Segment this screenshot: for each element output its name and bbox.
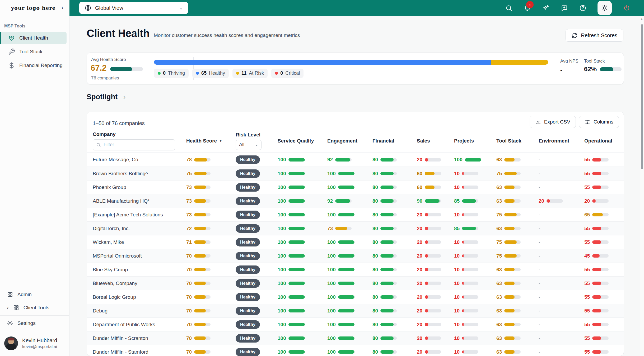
table-row[interactable]: Debug70Healthy10010080201063-55 — [87, 304, 624, 317]
table-row[interactable]: Brown Brothers Bottling^75Healthy1001008… — [87, 167, 624, 180]
risk-level-filter-select[interactable]: All ⌄ — [236, 140, 262, 150]
table-row[interactable]: Dunder Mifflin - Stamford70Healthy100100… — [87, 345, 624, 356]
metric-empty: - — [539, 239, 540, 245]
grid-icon — [7, 291, 13, 298]
company-name[interactable]: Department of Public Works — [93, 322, 186, 327]
company-name[interactable]: Blue Sky Group — [93, 267, 186, 273]
user-profile[interactable]: Kevin Hubbard kevin@msportal.ai — [0, 332, 69, 356]
metric-value: 80 — [372, 198, 378, 204]
export-csv-button[interactable]: Export CSV — [530, 116, 576, 128]
metric-value: 20 — [417, 157, 422, 163]
workspace-selector[interactable]: Global View ⌄ — [79, 2, 188, 14]
metric-cell: 75 — [496, 253, 539, 259]
company-name[interactable]: ABLE Manufacturing HQ* — [93, 198, 186, 204]
help-icon[interactable] — [579, 4, 586, 12]
metric-cell: 10 — [454, 322, 496, 327]
risk-level-badge: Healthy — [236, 334, 260, 343]
table-row[interactable]: DigitalTorch, Inc.72Healthy1007380208563… — [87, 221, 624, 235]
metric-cell: 73 — [186, 184, 236, 190]
metric-bar — [288, 172, 305, 175]
sidebar-item-financial-reporting[interactable]: Financial Reporting — [0, 59, 67, 72]
table-row[interactable]: ABLE Manufacturing HQ*73Healthy100928090… — [87, 194, 624, 208]
metric-bar — [288, 282, 305, 285]
sidebar-item-settings[interactable]: Settings — [0, 317, 69, 330]
metric-value: 10 — [454, 322, 460, 327]
company-name[interactable]: Wickam, Mike — [93, 239, 186, 245]
logout-power-icon[interactable] — [623, 4, 630, 12]
table-row[interactable]: Phoenix Group73Healthy10010080601063-55 — [87, 180, 624, 194]
app-window: your logo here ‹ MSP Tools Client Health… — [0, 0, 644, 356]
legend-chip-at-risk: 11At Risk — [232, 69, 268, 78]
refresh-scores-button[interactable]: Refresh Scores — [566, 29, 623, 42]
metric-empty: - — [539, 184, 540, 190]
table-row[interactable]: [Example] Acme Tech Solutions73Healthy10… — [87, 208, 624, 221]
sidebar-item-label: Client Tools — [24, 305, 49, 311]
scrollbar-thumb[interactable] — [641, 24, 643, 169]
metric-cell: 100 — [454, 157, 496, 163]
table-row[interactable]: Dunder Mifflin - Scranton70Healthy100100… — [87, 331, 624, 345]
metric-value: 100 — [327, 267, 336, 273]
vertical-scrollbar[interactable]: ▲ — [640, 16, 644, 356]
columns-button[interactable]: Columns — [579, 116, 619, 128]
column-header-health-score[interactable]: Health Score ▼ — [186, 138, 236, 144]
company-filter-input[interactable] — [103, 142, 172, 148]
metric-value: 100 — [278, 212, 286, 218]
theme-toggle-button[interactable] — [598, 1, 612, 15]
sidebar-item-client-health[interactable]: Client Health — [0, 32, 67, 44]
metric-cell: 80 — [372, 281, 417, 286]
table-count: 1–50 of 76 companies — [93, 120, 145, 126]
company-name[interactable]: DigitalTorch, Inc. — [93, 226, 186, 231]
sidebar-collapse-icon[interactable]: ‹ — [62, 5, 63, 11]
sidebar-item-client-tools[interactable]: ‹ Client Tools — [0, 301, 69, 314]
risk-level-badge: Healthy — [236, 252, 260, 260]
spotlight-expand-chevron-icon[interactable]: › — [123, 94, 125, 100]
metric-bar — [380, 227, 397, 230]
metric-value: 90 — [417, 198, 422, 204]
metric-bar — [380, 254, 397, 258]
metric-bar — [338, 240, 354, 244]
metric-cell: 100 — [278, 253, 327, 259]
notifications-bell-icon[interactable]: 1 — [524, 4, 531, 12]
search-icon[interactable] — [505, 4, 512, 12]
legend-label: Critical — [285, 70, 300, 76]
metric-cell: 55 — [584, 267, 624, 273]
table-row[interactable]: Boreal Logic Group70Healthy1001008020106… — [87, 290, 624, 304]
sidebar-item-admin[interactable]: Admin — [0, 288, 69, 301]
metric-bar — [380, 213, 397, 216]
company-name[interactable]: Brown Brothers Bottling^ — [93, 171, 186, 177]
header-divider — [87, 44, 624, 44]
sidebar-item-tool-stack[interactable]: Tool Stack — [0, 45, 67, 58]
company-name[interactable]: MSPortal Onmicrosoft — [93, 253, 186, 259]
feedback-message-icon[interactable] — [561, 4, 568, 12]
metric-empty: - — [539, 157, 540, 162]
table-row[interactable]: Department of Public Works70Healthy10010… — [87, 317, 624, 331]
metric-cell: 20 — [417, 322, 454, 327]
company-name[interactable]: Debug — [93, 308, 186, 314]
metric-cell: 100 — [327, 239, 372, 245]
company-name[interactable]: [Example] Acme Tech Solutions — [93, 212, 186, 218]
sparkles-ai-icon[interactable] — [542, 4, 549, 12]
company-name[interactable]: Dunder Mifflin - Stamford — [93, 349, 186, 355]
scrollbar-up-arrow[interactable]: ▲ — [641, 17, 643, 20]
metric-value: 55 — [584, 294, 590, 300]
companies-count: 76 companies — [91, 75, 119, 81]
metric-value: 75 — [496, 239, 502, 245]
table-row[interactable]: BlueWeb, Company70Healthy10010080201063-… — [87, 276, 624, 290]
company-filter[interactable] — [93, 139, 175, 150]
company-name[interactable]: Boreal Logic Group — [93, 294, 186, 300]
metric-empty: - — [539, 267, 540, 272]
table-row[interactable]: Future Message, Co.78Healthy100928020100… — [87, 153, 624, 167]
table-row[interactable]: MSPortal Onmicrosoft70Healthy10010080201… — [87, 249, 624, 263]
company-name[interactable]: Future Message, Co. — [93, 157, 186, 163]
metric-value: 100 — [327, 281, 336, 286]
metric-value: 80 — [372, 322, 378, 327]
metric-value: 73 — [186, 198, 192, 204]
table-row[interactable]: Blue Sky Group70Healthy10010080201063-55 — [87, 263, 624, 276]
company-name[interactable]: Phoenix Group — [93, 184, 186, 190]
metric-cell: 65 — [584, 212, 624, 218]
company-name[interactable]: Dunder Mifflin - Scranton — [93, 335, 186, 341]
metric-bar — [288, 323, 305, 326]
metric-bar — [194, 282, 211, 285]
company-name[interactable]: BlueWeb, Company — [93, 281, 186, 286]
table-row[interactable]: Wickam, Mike71Healthy10010080201075-55 — [87, 235, 624, 249]
